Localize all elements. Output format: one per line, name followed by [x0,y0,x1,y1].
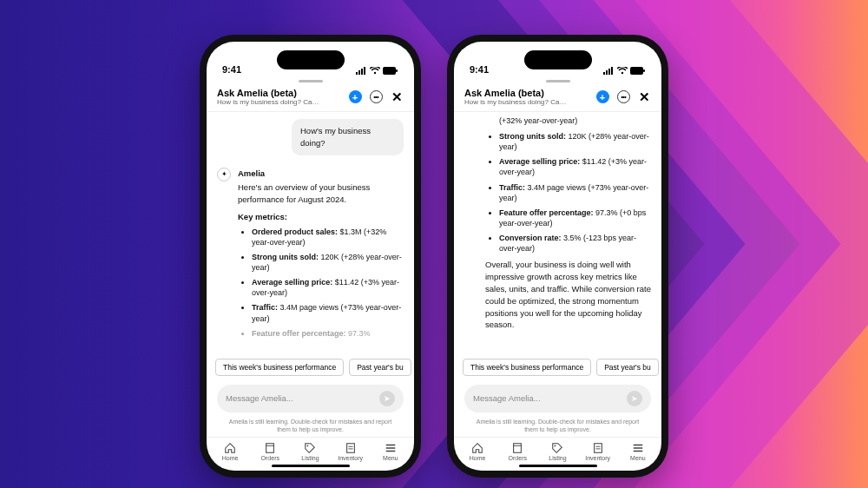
svg-point-8 [307,445,309,447]
svg-rect-0 [356,72,358,75]
metric-fragment: (+32% year-over-year) [485,115,651,127]
new-chat-button[interactable]: + [595,90,609,104]
battery-icon [630,67,646,75]
tab-home[interactable]: Home [213,442,247,461]
listing-icon [304,442,316,454]
disclaimer-text: Amelia is still learning. Double-check f… [454,418,661,437]
chat-header: Ask Amelia (beta) How is my business doi… [207,82,414,112]
close-icon: ✕ [391,89,403,105]
chip-weeks-performance[interactable]: This week's business performance [215,359,344,376]
close-button[interactable]: ✕ [390,90,404,104]
metrics-heading: Key metrics: [238,211,404,223]
svg-rect-2 [361,69,363,75]
svg-rect-17 [514,444,522,453]
message-input[interactable]: Message Amelia... ➤ [464,385,651,412]
new-chat-button[interactable]: + [348,90,362,104]
tab-orders[interactable]: Orders [253,442,287,461]
metric-item: Average selling price: $11.42 (+3% year-… [499,156,651,177]
metric-item: Strong units sold: 120K (+28% year-over-… [252,252,404,273]
user-message: How's my business doing? [292,119,404,155]
tab-orders[interactable]: Orders [500,442,535,461]
amelia-avatar-icon: ✦ [217,168,231,181]
tab-menu[interactable]: Menu [621,442,655,461]
more-icon: ••• [617,90,630,103]
tab-listing[interactable]: Listing [293,442,327,461]
home-icon [471,442,483,454]
suggestion-chips: This week's business performance Past ye… [454,355,661,379]
metric-item: Strong units sold: 120K (+28% year-over-… [499,131,651,152]
svg-rect-1 [358,70,360,75]
plus-icon: + [349,90,362,103]
input-placeholder: Message Amelia... [473,393,541,403]
metrics-list: Strong units sold: 120K (+28% year-over-… [485,131,651,254]
wifi-icon [370,67,380,75]
close-button[interactable]: ✕ [637,90,651,104]
svg-rect-13 [611,67,613,75]
svg-rect-19 [594,444,602,453]
tab-home[interactable]: Home [460,442,495,461]
metric-item: Ordered product sales: $1.3M (+32% year-… [252,227,404,247]
tab-listing[interactable]: Listing [540,442,575,461]
tab-bar: Home Orders Listing Inventory Menu [454,437,661,463]
disclaimer-text: Amelia is still learning. Double-check f… [207,418,414,437]
chat-header: Ask Amelia (beta) How is my business doi… [454,82,661,112]
svg-point-14 [621,72,623,74]
svg-rect-11 [606,70,608,75]
svg-rect-12 [608,69,610,75]
plus-icon: + [596,90,609,103]
orders-icon [511,442,523,454]
header-title: Ask Amelia (beta) [464,88,595,98]
metric-item: Feature offer percentage: 97.3% [252,328,404,339]
send-icon: ➤ [384,394,391,403]
send-button[interactable]: ➤ [379,391,395,406]
bot-name: Amelia [238,168,404,180]
battery-icon [383,67,398,75]
more-button[interactable]: ••• [616,90,630,104]
chat-messages[interactable]: How's my business doing? ✦ Amelia Here's… [207,112,414,355]
svg-rect-15 [630,67,643,75]
header-subtitle: How is my business doing? Can you… [217,98,321,106]
send-button[interactable]: ➤ [627,391,642,406]
inventory-icon [345,442,357,454]
status-time: 9:41 [470,64,489,75]
tab-inventory[interactable]: Inventory [333,442,368,461]
chat-messages[interactable]: (+32% year-over-year) Strong units sold:… [454,112,661,355]
dynamic-island [277,50,345,69]
close-icon: ✕ [639,89,650,105]
home-icon [224,442,236,454]
chip-past-year[interactable]: Past year's bu [596,359,659,376]
svg-rect-7 [266,444,274,453]
metrics-list: Ordered product sales: $1.3M (+32% year-… [238,227,404,339]
metric-item: Traffic: 3.4M page views (+73% year-over… [252,302,404,323]
home-indicator[interactable] [272,465,350,467]
svg-point-18 [555,445,556,447]
chip-weeks-performance[interactable]: This week's business performance [463,359,591,376]
inventory-icon [592,442,604,454]
more-button[interactable]: ••• [369,90,383,104]
signal-icon [603,67,615,75]
more-icon: ••• [370,90,383,103]
menu-icon [385,442,397,454]
tab-inventory[interactable]: Inventory [581,442,615,461]
phone-mockup-2: 9:41 Ask Amelia (beta) How is my busines… [447,35,668,478]
svg-rect-16 [643,69,645,72]
message-input[interactable]: Message Amelia... ➤ [217,385,404,412]
home-indicator[interactable] [519,465,597,467]
menu-icon [632,442,644,454]
svg-rect-3 [364,67,365,75]
svg-point-4 [374,72,376,74]
status-indicators [356,67,398,75]
metric-item: Average selling price: $11.42 (+3% year-… [252,277,404,298]
dynamic-island [524,50,592,69]
svg-rect-9 [346,444,354,453]
status-indicators [603,67,646,75]
svg-rect-10 [603,72,605,75]
tab-menu[interactable]: Menu [373,442,408,461]
tab-bar: Home Orders Listing Inventory Menu [207,437,414,463]
suggestion-chips: This week's business performance Past ye… [207,355,414,379]
signal-icon [356,67,367,75]
metric-item: Conversion rate: 3.5% (-123 bps year-ove… [499,233,651,254]
metric-item: Traffic: 3.4M page views (+73% year-over… [499,182,651,203]
chip-past-year[interactable]: Past year's bu [349,359,411,376]
header-subtitle: How is my business doing? Can you… [464,98,569,106]
